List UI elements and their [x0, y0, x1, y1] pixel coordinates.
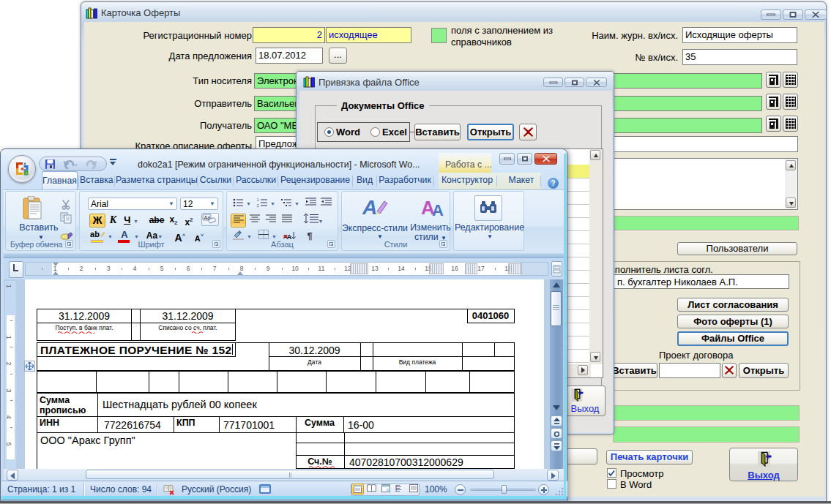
svg-text:1: 1: [257, 198, 259, 202]
svg-text:A: A: [432, 201, 444, 218]
svg-text:2: 2: [257, 204, 259, 207]
svg-text:A: A: [362, 196, 377, 219]
